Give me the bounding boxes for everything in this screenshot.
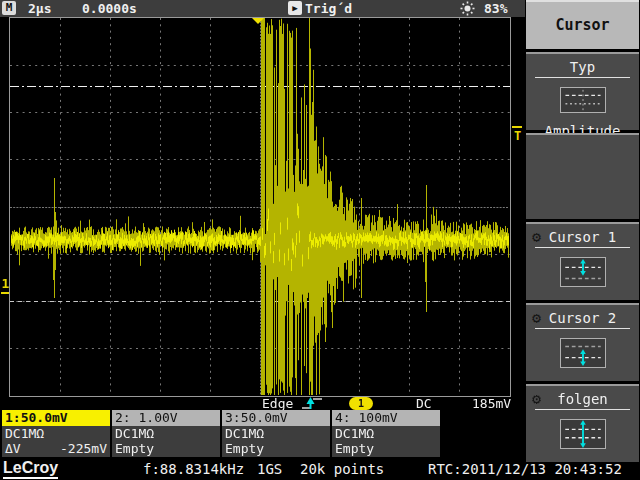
track-button[interactable]: ⚙ folgen [526, 384, 639, 462]
cursor1-label: Cursor 1 [549, 229, 616, 245]
channel1-scale: 1:50.0mV [2, 410, 110, 426]
amplitude-cursor-icon [560, 87, 606, 117]
trigger-status-label: Trig´d [305, 1, 352, 16]
menu-title: Cursor [526, 2, 639, 49]
trigger-coupling[interactable]: DC [416, 396, 432, 411]
channel4-scale: 4: 100mV [332, 410, 440, 426]
channel4-descriptor[interactable]: 4: 100mV DC1MΩ Empty [332, 410, 440, 457]
channel1-measurement: ΔV -225mV [2, 441, 110, 457]
timebase-mode-badge: M [2, 1, 16, 15]
channel1-coupling: DC1MΩ [2, 426, 110, 441]
cursor-type-button[interactable]: Typ Amplitude [526, 52, 639, 130]
channel3-measurement: Empty [222, 441, 330, 457]
track-cursors-icon [560, 419, 606, 453]
cursor2-button[interactable]: ⚙ Cursor 2 [526, 303, 639, 381]
ground-marker-tick [1, 292, 9, 294]
channel1-ground-marker[interactable]: 1 [1, 276, 10, 294]
cursor-type-label: Typ [570, 59, 595, 75]
trigger-info-row: Edge 1 DC 185mV [0, 397, 525, 410]
trigger-frequency: f:88.8314kHz [143, 461, 244, 477]
softkey-menu: Cursor Typ Amplitude ⚙ [525, 0, 640, 458]
channel3-scale: 3:50.0mV [222, 410, 330, 426]
record-length: 20k points [300, 461, 384, 477]
channel2-scale: 2: 1.00V [112, 410, 220, 426]
top-status-bar: M 2µs 0.0000s ▶ Trig´d 83% [0, 0, 525, 17]
trigger-source-badge[interactable]: 1 [349, 397, 373, 410]
channel2-descriptor[interactable]: 2: 1.00V DC1MΩ Empty [112, 410, 220, 457]
channel1-descriptor[interactable]: 1:50.0mV DC1MΩ ΔV -225mV [2, 410, 110, 457]
cursor2-label: Cursor 2 [549, 310, 616, 326]
trigger-run-icon: ▶ [288, 1, 302, 15]
cursor1-position-icon [560, 257, 606, 291]
sample-rate: 1GS [257, 461, 282, 477]
real-time-clock: RTC:2011/12/13 20:43:52 [428, 461, 622, 477]
knob-icon: ⚙ [532, 388, 541, 410]
oscilloscope-screen: M 2µs 0.0000s ▶ Trig´d 83% 1 T [0, 0, 640, 480]
timebase-value[interactable]: 2µs [28, 1, 51, 16]
chann3-coupling: DC1MΩ [222, 426, 330, 441]
empty-softkey[interactable] [526, 133, 639, 219]
trigger-delay-value[interactable]: 0.0000s [82, 1, 137, 16]
waveform-plot[interactable] [9, 17, 511, 397]
channel4-coupling: DC1MΩ [332, 426, 440, 441]
menu-title-button[interactable]: Cursor [526, 0, 639, 49]
cursor1-button[interactable]: ⚙ Cursor 1 [526, 222, 639, 300]
brightness-value[interactable]: 83% [484, 1, 507, 16]
lecroy-logo: LeCroy [3, 459, 58, 479]
channel2-measurement: Empty [112, 441, 220, 457]
track-label: folgen [557, 391, 608, 407]
trigger-type[interactable]: Edge [262, 396, 293, 411]
trigger-level-marker[interactable]: T [512, 126, 523, 143]
knob-icon: ⚙ [532, 226, 541, 248]
knob-icon: ⚙ [532, 307, 541, 329]
trigger-level-value[interactable]: 185mV [472, 396, 511, 411]
channel4-measurement: Empty [332, 441, 440, 457]
channel2-coupling: DC1MΩ [112, 426, 220, 441]
channel3-descriptor[interactable]: 3:50.0mV DC1MΩ Empty [222, 410, 330, 457]
trigger-level-tick [512, 126, 522, 128]
cursor2-position-icon [560, 338, 606, 372]
